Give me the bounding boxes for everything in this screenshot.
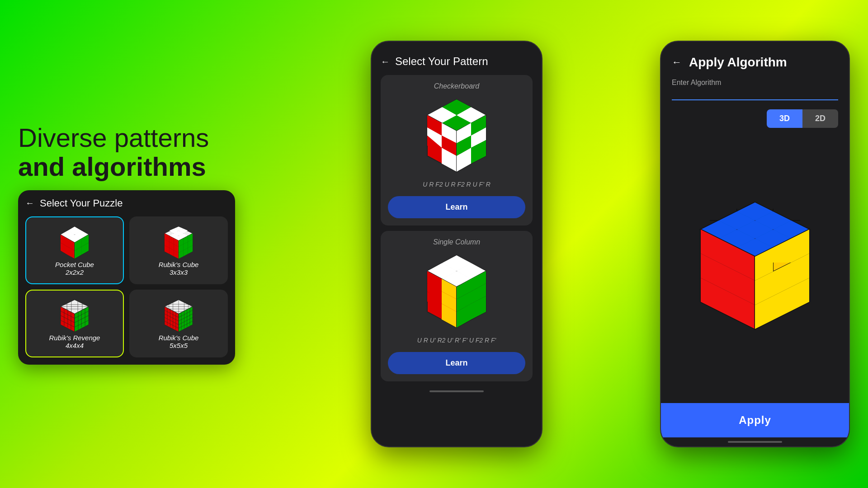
middle-back-arrow-icon[interactable]: ← (381, 56, 390, 67)
middle-phone-header: ← Select Your Pattern (372, 51, 542, 75)
left-section: Diverse patterns and algorithms ← Select… (18, 123, 253, 365)
single-column-name: Single Column (433, 238, 480, 246)
3d-cube-icon (678, 193, 832, 338)
puzzle-label-5x5: Rubik's Cube 5x5x5 (159, 334, 199, 349)
algorithm-input[interactable] (672, 89, 838, 100)
hero-line2: and algorithms (18, 152, 253, 181)
select-puzzle-phone: ← Select Your Puzzle (18, 190, 235, 365)
single-column-cube-icon (416, 251, 497, 332)
single-column-learn-button[interactable]: Learn (388, 352, 525, 374)
puzzle-label-3x3: Rubik's Cube 3x3x3 (159, 261, 199, 276)
checkerboard-algo: U R F2 U R F2 R U F' R (423, 181, 491, 188)
pocket-cube-icon (57, 225, 93, 261)
puzzle-grid: Pocket Cube 2x2x2 (25, 216, 228, 357)
checkerboard-cube-icon (416, 95, 497, 176)
checkerboard-card: Checkerboard (381, 75, 533, 225)
rubiks3-icon (160, 225, 197, 261)
middle-phone-indicator (429, 390, 484, 392)
cube-display-area (672, 137, 838, 394)
right-phone-indicator (728, 441, 782, 443)
puzzle-card-4x4[interactable]: Rubik's Revenge 4x4x4 (25, 290, 124, 357)
apply-button[interactable]: Apply (661, 403, 849, 437)
right-phone-header: ← Apply Algorithm (672, 55, 838, 70)
revenge-icon (57, 298, 93, 334)
view-toggle: 3D 2D (672, 109, 838, 128)
middle-phone: ← Select Your Pattern Checkerboard (371, 41, 542, 447)
puzzle-card-5x5[interactable]: Rubik's Cube 5x5x5 (129, 290, 228, 357)
3d-toggle-button[interactable]: 3D (767, 109, 802, 128)
2d-toggle-button[interactable]: 2D (802, 109, 838, 128)
puzzle-label-4x4: Rubik's Revenge 4x4x4 (49, 334, 100, 349)
right-phone-title: Apply Algorithm (689, 55, 787, 70)
puzzle-label-pocket: Pocket Cube 2x2x2 (55, 261, 94, 276)
puzzle-card-pocket[interactable]: Pocket Cube 2x2x2 (25, 216, 124, 284)
back-arrow-icon[interactable]: ← (25, 198, 34, 208)
phone-header: ← Select Your Puzzle (25, 197, 228, 209)
single-column-card: Single Column (381, 231, 533, 381)
hero-text: Diverse patterns and algorithms (18, 123, 253, 181)
puzzle-card-3x3[interactable]: Rubik's Cube 3x3x3 (129, 216, 228, 284)
hero-line1: Diverse patterns (18, 123, 209, 152)
checkerboard-learn-button[interactable]: Learn (388, 196, 525, 218)
middle-phone-title: Select Your Pattern (395, 55, 488, 68)
phone-title: Select Your Puzzle (40, 197, 123, 209)
single-column-algo: U R U' R2 U' R' F' U F2 R F' (417, 337, 496, 344)
algorithm-label: Enter Algorithm (672, 79, 838, 87)
right-back-arrow-icon[interactable]: ← (672, 56, 682, 68)
rubiks5-icon (160, 298, 197, 334)
right-phone-content: ← Apply Algorithm Enter Algorithm 3D 2D (661, 42, 849, 403)
checkerboard-name: Checkerboard (434, 82, 480, 90)
right-phone: ← Apply Algorithm Enter Algorithm 3D 2D (660, 41, 850, 447)
